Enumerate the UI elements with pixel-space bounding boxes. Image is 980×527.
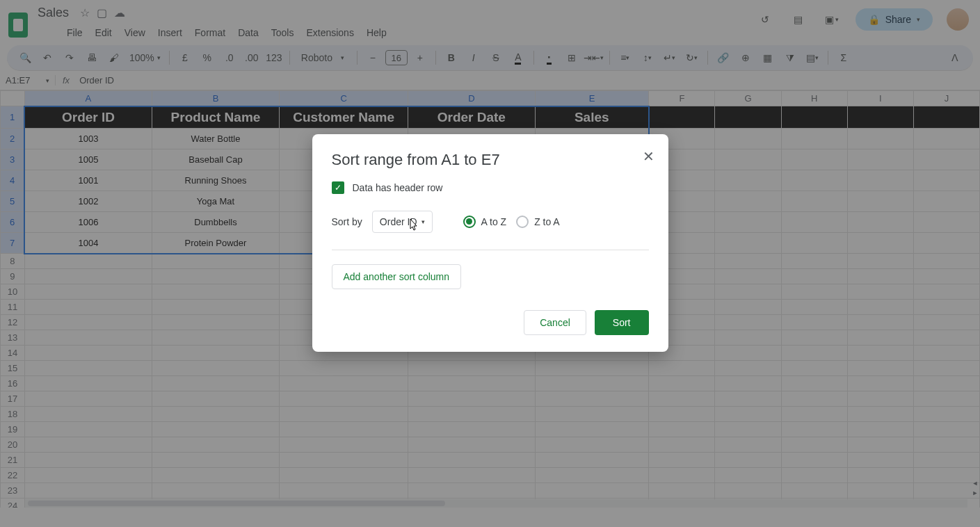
sort-range-dialog: Sort range from A1 to E7 ✕ ✓ Data has he… (312, 134, 668, 352)
cancel-button[interactable]: Cancel (524, 310, 586, 335)
sort-button[interactable]: Sort (595, 310, 649, 335)
header-row-checkbox[interactable]: ✓ (332, 181, 344, 194)
header-row-label: Data has header row (353, 182, 443, 193)
sort-column-select[interactable]: Order ID▾ (372, 211, 433, 233)
modal-overlay: Sort range from A1 to E7 ✕ ✓ Data has he… (0, 0, 980, 527)
dialog-title: Sort range from A1 to E7 (332, 151, 649, 169)
sort-ztoa-radio[interactable]: Z to A (516, 216, 560, 228)
close-icon[interactable]: ✕ (643, 148, 654, 165)
sort-by-label: Sort by (332, 216, 362, 227)
sort-atoz-radio[interactable]: A to Z (463, 216, 507, 228)
add-sort-column-button[interactable]: Add another sort column (332, 264, 462, 289)
chevron-down-icon: ▾ (421, 218, 425, 225)
